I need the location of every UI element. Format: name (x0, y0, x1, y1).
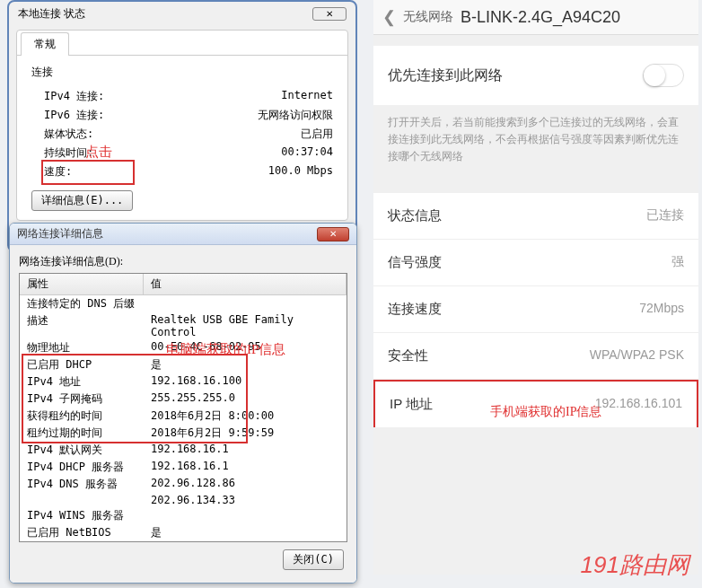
value-duration: 00:37:04 (281, 145, 333, 161)
priority-desc: 打开开关后，若当前能搜索到多个已连接过的无线网络，会直接连接到此无线网络，不会再… (373, 105, 698, 175)
status-window: 本地连接 状态 ✕ 常规 连接 IPv4 连接:Internet IPv6 连接… (7, 0, 357, 252)
table-row: IPv4 DNS 服务器202.96.128.86 (20, 476, 347, 493)
cell-prop: 已启用 DHCP (20, 356, 144, 373)
back-icon[interactable]: ❮ (382, 7, 396, 27)
cell-val: 192.168.16.1 (144, 459, 347, 476)
close-icon[interactable]: ✕ (312, 7, 347, 21)
status-title-bar: 本地连接 状态 ✕ (11, 4, 354, 24)
cell-val: 202.96.134.33 (144, 493, 347, 507)
table-row: 已启用 DHCP是 (20, 356, 347, 373)
label-ipv4: IPv4 连接: (31, 89, 104, 104)
cell-val (144, 507, 347, 524)
close-button[interactable]: ✕ (317, 227, 349, 241)
priority-title: 优先连接到此网络 (388, 66, 503, 85)
label-duration: 持续时间: (31, 145, 93, 161)
table-row: 租约过期的时间2018年6月2日 9:59:59 (20, 425, 347, 442)
value-status: 已连接 (646, 207, 684, 224)
value-ipv4: Internet (281, 89, 333, 104)
cell-prop: IPv4 子网掩码 (20, 391, 144, 408)
cell-prop: IPv4 WINS 服务器 (20, 507, 144, 524)
mobile-header: ❮ 无线网络 B-LINK-2.4G_A94C20 (373, 0, 698, 35)
table-row: 已启用 NetBIOS ove...是 (20, 524, 347, 542)
cell-val: Realtek USB GBE Family Control (144, 312, 347, 339)
cell-val: 192.168.16.1 (144, 442, 347, 459)
table-row: IPv4 子网掩码255.255.255.0 (20, 391, 347, 408)
col-value: 值 (144, 274, 347, 294)
details-title-bar: 网络连接详细信息 ✕ (10, 224, 356, 245)
row-signal: 信号强度 强 (373, 240, 698, 286)
label-status: 状态信息 (388, 207, 442, 224)
status-tab-frame: 常规 连接 IPv4 连接:Internet IPv6 连接:无网络访问权限 媒… (16, 30, 348, 221)
header-back-label[interactable]: 无线网络 (403, 9, 453, 25)
table-row: 202.96.134.33 (20, 493, 347, 507)
cell-prop: 物理地址 (20, 339, 144, 356)
details-button[interactable]: 详细信息(E)... (31, 190, 133, 211)
cell-prop: 连接特定的 DNS 后缀 (20, 295, 144, 312)
value-security: WPA/WPA2 PSK (590, 347, 684, 364)
watermark: 191路由网 (581, 549, 689, 581)
cell-val: 2018年6月2日 8:00:00 (144, 408, 347, 425)
value-signal: 强 (671, 254, 684, 271)
cell-val: 是 (144, 356, 347, 373)
close-details-button[interactable]: 关闭(C) (283, 549, 344, 570)
cell-val: 2018年6月2日 9:59:59 (144, 425, 347, 442)
header-ssid: B-LINK-2.4G_A94C20 (461, 8, 620, 27)
annotation-click: 点击 (85, 144, 112, 161)
cell-prop: 获得租约的时间 (20, 408, 144, 425)
value-speed-m: 72Mbps (639, 301, 684, 318)
table-row: 连接特定的 DNS 后缀 (20, 295, 347, 312)
cell-prop: 已启用 NetBIOS ove... (20, 524, 144, 542)
priority-toggle[interactable] (643, 64, 684, 87)
cell-prop: 描述 (20, 312, 144, 339)
cell-prop (20, 493, 144, 507)
label-signal: 信号强度 (388, 254, 442, 271)
mobile-panel: ❮ 无线网络 B-LINK-2.4G_A94C20 优先连接到此网络 打开开关后… (373, 0, 698, 575)
tab-general[interactable]: 常规 (21, 32, 69, 56)
row-speed: 连接速度 72Mbps (373, 286, 698, 333)
details-label: 网络连接详细信息(D): (19, 254, 347, 269)
group-connection: 连接 (31, 65, 333, 80)
value-ip: 192.168.16.101 (595, 396, 682, 413)
details-window: 网络连接详细信息 ✕ 网络连接详细信息(D): 属性 值 连接特定的 DNS 后… (9, 223, 357, 584)
label-security: 安全性 (388, 347, 428, 364)
cell-prop: 租约过期的时间 (20, 425, 144, 442)
cell-val: 255.255.255.0 (144, 391, 347, 408)
label-media: 媒体状态: (31, 127, 93, 142)
cell-prop: IPv4 地址 (20, 373, 144, 391)
cell-val: 192.168.16.100 (144, 373, 347, 391)
status-body: 连接 IPv4 连接:Internet IPv6 连接:无网络访问权限 媒体状态… (17, 56, 347, 220)
table-row: IPv4 地址192.168.16.100 (20, 373, 347, 391)
label-ip: IP 地址 (390, 396, 433, 413)
table-row: IPv4 默认网关192.168.16.1 (20, 442, 347, 459)
cell-val: 202.96.128.86 (144, 476, 347, 493)
table-header: 属性 值 (20, 274, 347, 295)
table-row: IPv4 WINS 服务器 (20, 507, 347, 524)
details-table: 属性 值 连接特定的 DNS 后缀描述Realtek USB GBE Famil… (19, 273, 347, 542)
label-ipv6: IPv6 连接: (31, 108, 104, 123)
cell-val: 是 (144, 524, 347, 542)
details-window-title: 网络连接详细信息 (17, 226, 103, 241)
priority-section: 优先连接到此网络 (373, 46, 698, 105)
cell-val (144, 295, 347, 312)
row-security: 安全性 WPA/WPA2 PSK (373, 333, 698, 380)
col-property: 属性 (20, 274, 144, 294)
label-speed: 速度: (31, 164, 72, 180)
cell-prop: IPv4 默认网关 (20, 442, 144, 459)
annotation-pc: 电脑端获取的IP信息 (166, 341, 285, 358)
row-status: 状态信息 已连接 (373, 193, 698, 240)
table-row: 描述Realtek USB GBE Family Control (20, 312, 347, 339)
label-speed-m: 连接速度 (388, 301, 442, 318)
table-row: 获得租约的时间2018年6月2日 8:00:00 (20, 408, 347, 425)
value-speed: 100.0 Mbps (268, 164, 333, 180)
cell-prop: IPv4 DNS 服务器 (20, 476, 144, 493)
cell-prop: IPv4 DHCP 服务器 (20, 459, 144, 476)
table-row: IPv4 DHCP 服务器192.168.16.1 (20, 459, 347, 476)
value-media: 已启用 (301, 127, 333, 142)
status-window-title: 本地连接 状态 (18, 6, 85, 22)
annotation-mobile: 手机端获取的IP信息 (490, 404, 601, 420)
value-ipv6: 无网络访问权限 (258, 108, 333, 123)
info-list: 状态信息 已连接 信号强度 强 连接速度 72Mbps 安全性 WPA/WPA2… (373, 193, 698, 427)
tab-header: 常规 (17, 31, 347, 56)
